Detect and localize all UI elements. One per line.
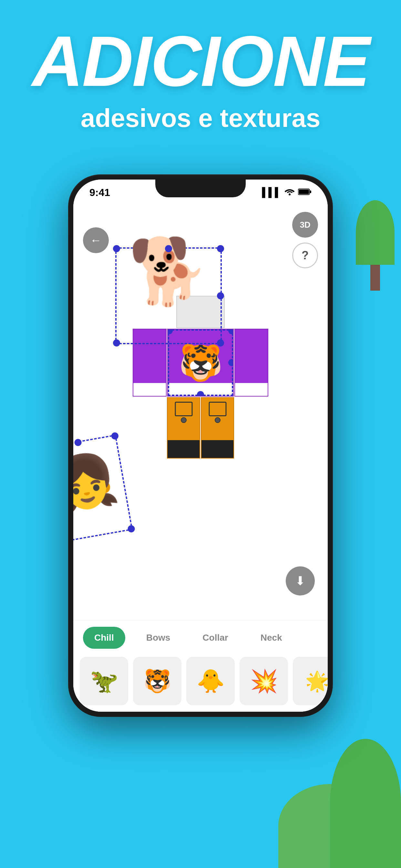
header-section: ADICIONE adesivos e texturas [0,0,401,146]
help-button[interactable]: ? [292,243,318,268]
tab-chill[interactable]: Chill [83,627,125,649]
notch [155,180,246,197]
tab-bows[interactable]: Bows [135,627,182,649]
svg-point-0 [289,193,290,195]
subtitle: adesivos e texturas [19,103,382,133]
sticker-explosion[interactable]: 💥 [240,657,288,705]
back-button[interactable]: ← [83,227,109,253]
tab-collar[interactable]: Collar [191,627,239,649]
wifi-icon [284,187,295,198]
canvas-area: 🐕 [73,244,328,602]
sticker-dinosaur[interactable]: 🦖 [80,657,128,705]
status-bar: 9:41 ▌▌▌ [73,180,328,206]
svg-rect-3 [299,190,309,194]
stickers-row: 🦖 🐯 🐥 💥 🌟 [73,654,328,712]
tabs-row: Chill Bows Collar Neck [73,620,328,654]
main-title: ADICIONE [19,26,382,97]
download-button[interactable]: ⬇ [286,566,315,595]
sticker-duck[interactable]: 🐥 [186,657,235,705]
sticker-tiger[interactable]: 🐯 [133,657,181,705]
anime-girl-sticker[interactable]: 👧 [73,434,133,543]
battery-icon [298,187,312,197]
dog-sticker[interactable]: 🐕 [115,247,222,344]
bottom-section: Chill Bows Collar Neck 🦖 🐯 [73,620,328,712]
svg-rect-2 [310,190,311,193]
status-icons: ▌▌▌ [262,187,312,198]
status-time: 9:41 [89,187,110,198]
signal-icon: ▌▌▌ [262,187,281,197]
phone-frame: 9:41 ▌▌▌ ← [68,175,333,717]
right-buttons: 3D ? [292,212,318,268]
tab-neck[interactable]: Neck [249,627,294,649]
sticker-more[interactable]: 🌟 [293,657,328,705]
3d-button[interactable]: 3D [292,212,318,238]
screen-content: ← 3D ? [73,206,328,712]
